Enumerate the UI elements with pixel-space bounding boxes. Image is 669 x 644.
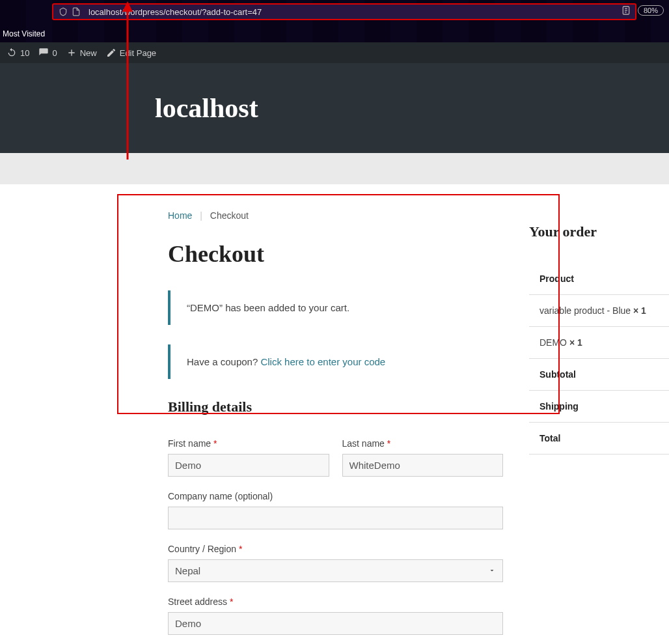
zoom-level[interactable]: 80%	[638, 5, 664, 16]
first-name-label: First name *	[168, 438, 329, 449]
notice-text: “DEMO” has been added to your cart.	[187, 302, 349, 313]
plus-icon	[66, 48, 77, 58]
shield-icon[interactable]	[59, 7, 68, 16]
coupon-question: Have a coupon?	[187, 356, 260, 367]
order-table: Product variable product - Blue × 1 DEMO…	[529, 263, 669, 455]
wp-edit-page[interactable]: Edit Page	[106, 48, 156, 58]
comment-icon	[38, 48, 49, 58]
wp-new[interactable]: New	[66, 48, 97, 58]
coupon-notice: Have a coupon? Click here to enter your …	[168, 344, 503, 379]
page-icon	[72, 7, 81, 16]
country-select[interactable]: Nepal	[168, 559, 503, 582]
cart-added-notice: “DEMO” has been added to your cart.	[168, 290, 503, 325]
order-item: variable product - Blue × 1	[529, 295, 669, 327]
wp-admin-bar: 10 0 New Edit Page	[0, 42, 669, 63]
browser-chrome: localhost/wordpress/checkout/?add-to-car…	[0, 0, 669, 42]
country-value: Nepal	[175, 565, 200, 576]
content-strip	[0, 153, 669, 184]
street-field[interactable]	[168, 612, 503, 635]
most-visited-link[interactable]: Most Visited	[3, 29, 45, 38]
wp-updates[interactable]: 10	[7, 48, 29, 58]
edit-page-label: Edit Page	[120, 48, 156, 58]
wp-comments[interactable]: 0	[38, 48, 57, 58]
site-title[interactable]: localhost	[155, 92, 669, 124]
order-header-product: Product	[529, 263, 669, 295]
pencil-icon	[106, 48, 116, 58]
order-total: Total	[529, 423, 669, 455]
order-item: DEMO × 1	[529, 327, 669, 359]
last-name-label: Last name *	[342, 438, 504, 449]
first-name-field[interactable]	[168, 454, 329, 477]
url-text[interactable]: localhost/wordpress/checkout/?add-to-car…	[86, 7, 635, 17]
order-heading: Your order	[529, 223, 669, 240]
order-shipping: Shipping	[529, 391, 669, 423]
breadcrumb-sep: |	[200, 210, 202, 221]
country-label: Country / Region *	[168, 544, 503, 554]
site-header: localhost	[0, 63, 669, 153]
chevron-down-icon	[488, 565, 496, 576]
url-bar[interactable]: localhost/wordpress/checkout/?add-to-car…	[52, 3, 636, 20]
reader-icon[interactable]	[621, 5, 631, 16]
billing-heading: Billing details	[168, 399, 503, 415]
refresh-icon	[7, 48, 17, 58]
coupon-link[interactable]: Click here to enter your code	[260, 356, 385, 367]
last-name-field[interactable]	[342, 454, 504, 477]
street-label: Street address *	[168, 596, 503, 607]
breadcrumb-current: Checkout	[210, 210, 249, 221]
updates-count: 10	[20, 48, 29, 58]
company-label: Company name (optional)	[168, 491, 503, 501]
order-subtotal: Subtotal	[529, 359, 669, 391]
breadcrumb-home[interactable]: Home	[168, 210, 192, 221]
company-field[interactable]	[168, 507, 503, 529]
breadcrumb: Home | Checkout	[168, 210, 503, 221]
comments-count: 0	[52, 48, 57, 58]
page-title: Checkout	[168, 240, 503, 268]
new-label: New	[80, 48, 97, 58]
